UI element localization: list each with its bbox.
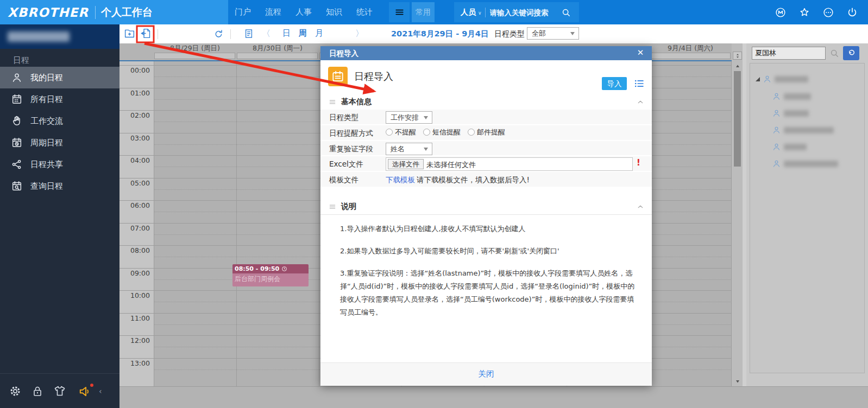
refresh-icon[interactable] — [213, 29, 224, 39]
reset-undo-button[interactable] — [843, 46, 859, 60]
download-template-link[interactable]: 下载模板 — [386, 175, 415, 185]
calendar-event[interactable]: 08:50 - 09:50 后台部门周例会 — [232, 264, 309, 286]
menu-list-icon[interactable] — [633, 78, 645, 90]
m-badge-icon[interactable] — [775, 7, 787, 18]
sidebar-item[interactable]: 工作交流 — [0, 110, 119, 132]
view-button[interactable]: 月 — [315, 28, 323, 39]
agenda-list-icon[interactable] — [243, 28, 254, 39]
notification-dot — [90, 384, 93, 387]
brand-logo: XBROTHER — [8, 5, 89, 20]
search-input[interactable] — [490, 8, 559, 17]
user-bar — [0, 24, 119, 49]
logout-power-icon[interactable] — [846, 7, 858, 18]
time-row: 01:00 — [119, 88, 154, 111]
apps-menu-button[interactable] — [389, 2, 410, 22]
search-icon[interactable] — [561, 7, 571, 18]
favorite-star-icon[interactable] — [798, 7, 810, 18]
scroll-up-arrow[interactable] — [733, 62, 742, 69]
type-select[interactable]: 工作安排 — [386, 111, 432, 124]
sidebar-item[interactable]: 日程共享 — [0, 154, 119, 175]
tree-expander-icon[interactable] — [756, 77, 760, 81]
import-schedule-icon[interactable] — [140, 28, 152, 39]
people-search-input[interactable] — [752, 47, 826, 60]
time-row: 02:00 — [119, 110, 154, 133]
radio-option[interactable]: 邮件提醒 — [468, 127, 505, 137]
view-button[interactable]: 日 — [282, 28, 291, 39]
time-label: 10:00 — [130, 291, 150, 299]
tree-item[interactable] — [772, 92, 811, 101]
field-label: 模板文件 — [329, 175, 358, 185]
view-button[interactable]: 周 — [299, 28, 307, 39]
note-paragraph: 1.导入操作者默认为日程创建人,接收人不填写默认为创建人 — [340, 222, 636, 235]
people-search-icon[interactable] — [829, 48, 840, 59]
sidebar-item-icon — [11, 115, 23, 127]
time-row: 08:00 — [119, 245, 154, 268]
quick-access-button[interactable]: 常用 — [412, 2, 435, 22]
schedule-type-select[interactable]: 全部 — [527, 27, 579, 40]
sidebar-item-label: 我的日程 — [30, 73, 63, 83]
time-label: 02:00 — [130, 111, 150, 119]
form-row-remind: 日程提醒方式 不提醒 短信提醒 — [320, 125, 652, 141]
sidebar-collapse-arrow[interactable]: ‹ — [99, 387, 102, 396]
collapse-chevron-icon[interactable] — [637, 98, 644, 106]
section-basic-info[interactable]: 基本信息 — [320, 94, 652, 110]
radio-option[interactable]: 短信提醒 — [423, 127, 461, 137]
scrollbar-thumb[interactable] — [734, 71, 741, 167]
radio-circle-icon — [386, 129, 393, 136]
radio-circle-icon — [468, 129, 475, 136]
form-row-dup-field: 重复验证字段 姓名 — [320, 141, 652, 157]
allday-cell[interactable] — [650, 53, 731, 59]
dup-field-select[interactable]: 姓名 — [386, 143, 432, 155]
time-row: 04:00 — [119, 155, 154, 178]
dialog-footer: 关闭 — [320, 362, 652, 386]
person-icon — [772, 159, 781, 168]
tree-item[interactable] — [772, 142, 807, 151]
time-row: 05:00 — [119, 178, 154, 201]
sidebar-item[interactable]: 周期日程 — [0, 132, 119, 154]
chevron-down-icon[interactable]: ∨ — [478, 10, 482, 16]
search-scope-dropdown[interactable]: 人员 — [461, 8, 476, 17]
import-button[interactable]: 导入 — [602, 77, 627, 90]
sidebar-item[interactable]: 我的日程 — [0, 67, 119, 88]
time-label: 05:00 — [130, 179, 150, 187]
nav-item[interactable]: 流程 — [265, 7, 281, 17]
scroll-down-arrow[interactable] — [733, 378, 742, 385]
time-label: 06:00 — [130, 201, 150, 209]
allday-spinner[interactable] — [733, 52, 742, 60]
close-icon[interactable]: ✕ — [634, 46, 646, 60]
tree-item[interactable] — [772, 125, 834, 135]
collapse-chevron-icon[interactable] — [637, 203, 644, 211]
nav-item[interactable]: 知识 — [326, 7, 342, 17]
choose-file-button[interactable]: 选择文件 — [388, 159, 424, 169]
clock-icon — [281, 266, 287, 272]
settings-gear-icon[interactable] — [9, 385, 22, 398]
tree-root-item[interactable] — [756, 74, 808, 84]
radio-option[interactable]: 不提醒 — [386, 127, 416, 137]
more-options-icon[interactable] — [822, 7, 834, 18]
section-notes[interactable]: 说明 — [320, 199, 652, 214]
person-icon — [772, 142, 781, 151]
save-view-icon[interactable] — [124, 28, 135, 39]
required-mark: ! — [637, 158, 640, 168]
nav-item[interactable]: 门户 — [235, 7, 251, 17]
prev-week-chevron[interactable]: 〈 — [262, 28, 271, 40]
tree-label-redacted — [784, 93, 811, 100]
close-button[interactable]: 关闭 — [479, 369, 494, 379]
file-input[interactable]: 选择文件 未选择任何文件 — [386, 157, 633, 171]
sidebar-item[interactable]: 查询日程 — [0, 175, 119, 197]
announcement-horn-icon[interactable] — [78, 384, 92, 398]
allday-cell[interactable] — [237, 53, 318, 59]
next-week-chevron[interactable]: 〉 — [355, 28, 364, 40]
tree-item[interactable] — [772, 109, 809, 118]
nav-item[interactable]: 统计 — [356, 7, 373, 17]
radio-label: 邮件提醒 — [477, 127, 505, 137]
app-window: XBROTHER 个人工作台 门户流程人事知识统计 常用 人员 ∨ — [0, 0, 868, 408]
sidebar-item[interactable]: 所有日程 — [0, 88, 119, 110]
lock-icon[interactable] — [31, 385, 44, 398]
topbar-icons — [775, 0, 858, 24]
allday-cell[interactable] — [154, 53, 235, 59]
tree-item[interactable] — [772, 159, 838, 168]
theme-shirt-icon[interactable] — [53, 385, 66, 398]
nav-item[interactable]: 人事 — [295, 7, 312, 17]
time-label: 12:00 — [130, 336, 150, 345]
